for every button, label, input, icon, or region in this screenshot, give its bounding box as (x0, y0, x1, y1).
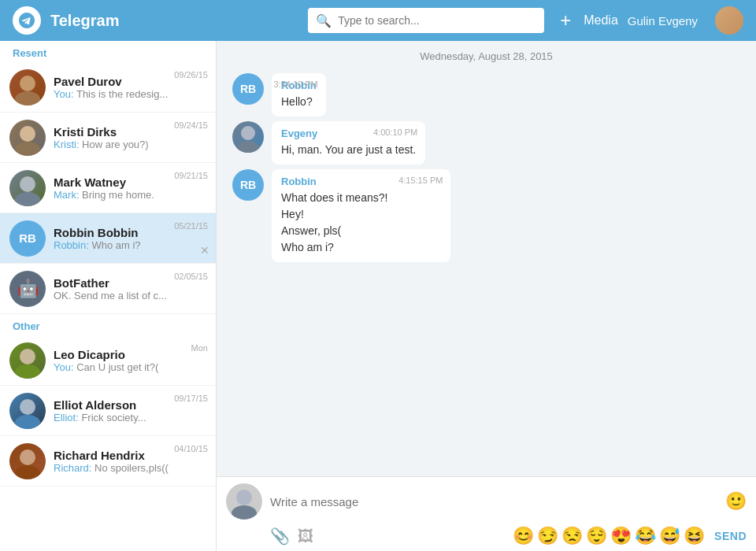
message-bubble: Evgeny Hi, man. You are just a test. 4:0… (272, 121, 425, 165)
message-avatar (232, 121, 264, 153)
chat-preview: Elliot: Frick society... (54, 412, 206, 423)
chat-time: 09/17/15 (174, 394, 208, 403)
svg-point-13 (237, 141, 259, 153)
message-row: RB Robbin What does it means?!Hey!Answer… (232, 169, 740, 262)
close-button[interactable]: ✕ (200, 244, 209, 257)
message-row: Evgeny Hi, man. You are just a test. 4:0… (232, 121, 740, 165)
avatar: 🤖 (9, 271, 46, 307)
svg-point-9 (15, 415, 40, 429)
chat-input-area: 🙂 📎 🖼 😊 😏 😒 😌 😍 😂 😅 😆 SEND (217, 476, 756, 551)
svg-point-6 (20, 349, 35, 364)
svg-point-3 (15, 142, 40, 156)
chat-time: 05/21/15 (174, 221, 208, 231)
main-area: Resent Pavel Durov You: This is the rede… (0, 41, 756, 551)
section-other: Other (0, 314, 216, 335)
emoji-2[interactable]: 😏 (537, 526, 558, 546)
search-input[interactable] (338, 14, 536, 27)
emoji-5[interactable]: 😍 (610, 526, 632, 546)
svg-point-11 (15, 465, 40, 479)
chat-item-kristi[interactable]: Kristi Dirks Kristi: How are you?) 09/24… (0, 113, 216, 163)
search-icon: 🔍 (316, 13, 332, 28)
emoji-8[interactable]: 😆 (684, 526, 705, 546)
svg-point-8 (20, 399, 35, 415)
app-title: Telegram (50, 12, 298, 30)
avatar (9, 170, 46, 206)
app-header: Telegram 🔍 + Media Gulin Evgeny (0, 0, 756, 41)
chat-preview: Kristi: How are you?) (54, 139, 206, 150)
message-text: What does it means?!Hey!Answer, pls(Who … (281, 190, 387, 256)
chat-area: Wednesday, August 28, 2015 RB Robbin Hel… (217, 41, 756, 551)
chat-item-botfather[interactable]: 🤖 BotFather OK. Send me a list of c... 0… (0, 264, 216, 314)
emoji-button[interactable]: 🙂 (725, 491, 747, 512)
avatar (9, 120, 46, 156)
sidebar: Resent Pavel Durov You: This is the rede… (0, 41, 217, 551)
emoji-6[interactable]: 😂 (635, 526, 656, 546)
svg-point-7 (15, 364, 40, 379)
send-button[interactable]: SEND (714, 530, 747, 542)
message-row: RB Robbin Hello? 3:54:10 PM (232, 73, 740, 116)
svg-point-2 (20, 126, 35, 142)
chat-time: 09/24/15 (174, 120, 208, 130)
svg-point-10 (20, 449, 35, 465)
message-time: 4:00:10 PM (373, 128, 417, 137)
emoji-row: 😊 😏 😒 😌 😍 😂 😅 😆 SEND (513, 526, 747, 546)
chat-preview: You: This is the redesig... (54, 88, 206, 100)
chat-input-row: 🙂 (226, 483, 747, 520)
date-divider: Wednesday, August 28, 2015 (232, 41, 740, 68)
chat-time: 09/21/15 (174, 171, 208, 180)
message-text: Hi, man. You are just a test. (281, 142, 416, 158)
svg-point-5 (15, 192, 40, 206)
chat-preview: Richard: No spoilers,pls(( (54, 462, 206, 474)
emoji-1[interactable]: 😊 (513, 526, 534, 546)
svg-point-15 (232, 505, 257, 520)
svg-point-12 (241, 126, 255, 140)
message-text: Hello? (281, 94, 317, 110)
search-bar[interactable]: 🔍 (308, 8, 544, 33)
chat-item-leo[interactable]: Leo Dicaprio You: Can U just get it?( Mo… (0, 335, 216, 386)
reply-avatar (226, 483, 262, 520)
chat-preview: Mark: Bring me home. (54, 189, 206, 201)
add-button[interactable]: + (560, 9, 571, 31)
svg-point-1 (15, 91, 40, 105)
svg-point-0 (20, 76, 35, 91)
chat-preview: OK. Send me a list of c... (54, 290, 206, 301)
chat-time: Mon (191, 343, 208, 353)
chat-item-richard[interactable]: Richard Hendrix Richard: No spoilers,pls… (0, 436, 216, 486)
message-avatar: RB (232, 73, 264, 105)
avatar (9, 69, 46, 105)
chat-item-pavel[interactable]: Pavel Durov You: This is the redesig... … (0, 62, 216, 113)
svg-point-14 (236, 490, 252, 505)
message-bubble: Robbin What does it means?!Hey!Answer, p… (272, 169, 450, 262)
emoji-3[interactable]: 😒 (561, 526, 583, 546)
attach-button[interactable]: 📎 (270, 527, 290, 545)
chat-item-robbin[interactable]: RB Robbin Bobbin Robbin: Who am i? 05/21… (0, 213, 216, 264)
chat-info: Leo Dicaprio You: Can U just get it?( (54, 348, 206, 373)
image-button[interactable]: 🖼 (298, 527, 313, 545)
message-sender: Robbin (281, 176, 387, 187)
chat-item-mark[interactable]: Mark Watney Mark: Bring me home. 09/21/1… (0, 163, 216, 213)
message-avatar: RB (232, 169, 264, 201)
media-label[interactable]: Media (584, 13, 618, 28)
chat-time: 09/26/15 (174, 70, 208, 80)
app-logo (13, 6, 41, 35)
chat-item-elliot[interactable]: Elliot Alderson Elliot: Frick society...… (0, 386, 216, 436)
avatar: RB (9, 220, 46, 257)
emoji-4[interactable]: 😌 (586, 526, 607, 546)
message-bubble: Robbin Hello? 3:54:10 PM (272, 73, 326, 116)
avatar (9, 393, 46, 429)
chat-time: 02/05/15 (174, 272, 208, 281)
svg-point-4 (20, 176, 35, 192)
message-time: 4:15:15 PM (398, 176, 443, 185)
chat-name: Leo Dicaprio (54, 348, 206, 361)
messages-container: Wednesday, August 28, 2015 RB Robbin Hel… (217, 41, 756, 476)
avatar (715, 6, 743, 35)
emoji-7[interactable]: 😅 (659, 526, 680, 546)
chat-tools: 📎 🖼 😊 😏 😒 😌 😍 😂 😅 😆 SEND (226, 526, 747, 546)
message-input[interactable] (270, 492, 717, 512)
avatar (9, 443, 46, 479)
chat-time: 04/10/15 (174, 444, 208, 453)
section-recent: Resent (0, 41, 216, 62)
message-time: 3:54:10 PM (274, 80, 318, 89)
chat-preview: You: Can U just get it?( (54, 361, 206, 373)
avatar (9, 342, 46, 379)
